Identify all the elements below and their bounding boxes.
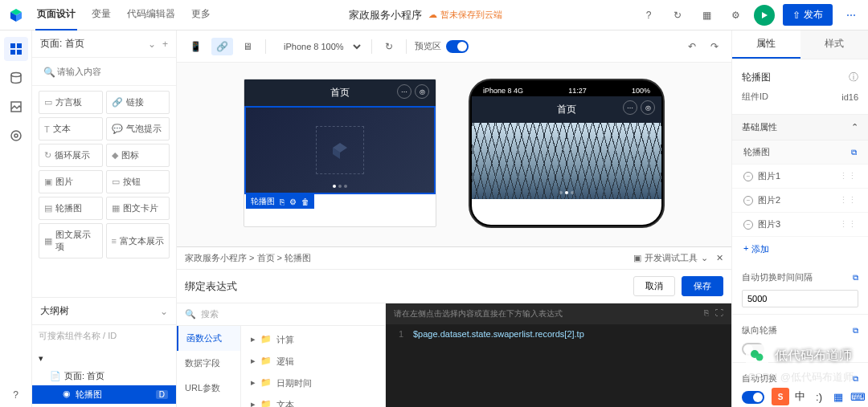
search-input[interactable] bbox=[39, 63, 170, 80]
cat-var[interactable]: 变量 bbox=[177, 401, 240, 407]
device-link-icon[interactable]: 🔗 bbox=[211, 38, 233, 55]
chevron-down-icon[interactable]: ⌄ bbox=[148, 39, 156, 50]
history-icon[interactable]: ↻ bbox=[667, 5, 688, 26]
drag-icon[interactable]: ⋮⋮ bbox=[839, 219, 857, 230]
drag-icon[interactable]: ⋮⋮ bbox=[839, 195, 857, 206]
comp-item[interactable]: 🔗链接 bbox=[106, 91, 170, 114]
device-mobile-icon[interactable]: 📱 bbox=[185, 38, 207, 55]
cat-url[interactable]: URL参数 bbox=[177, 376, 240, 401]
settings-icon[interactable]: ⚙ bbox=[289, 197, 297, 206]
drag-icon[interactable]: ⋮⋮ bbox=[839, 171, 857, 181]
link-icon[interactable]: ⧉ bbox=[853, 273, 858, 283]
cat-formula[interactable]: 函数公式 bbox=[177, 326, 240, 351]
help-icon[interactable]: ? bbox=[638, 5, 659, 26]
add-image-button[interactable]: + 添加 bbox=[732, 237, 868, 262]
expand-icon[interactable]: ⛶ bbox=[715, 308, 723, 319]
folder-calc[interactable]: ▸📁计算 bbox=[241, 329, 385, 351]
outline-search[interactable]: 可搜索组件名称 / ID bbox=[32, 325, 176, 347]
dots-icon[interactable]: ⋯ bbox=[397, 84, 411, 99]
rail-image-icon[interactable] bbox=[4, 95, 28, 119]
refresh-icon[interactable]: ↻ bbox=[380, 38, 398, 55]
code-editor: 请在左侧点击选择内容或直接在下方输入表达式 ⎘ ⛶ 1$page.dataset… bbox=[386, 303, 731, 407]
folder-date[interactable]: ▸📁日期时间 bbox=[241, 372, 385, 394]
play-icon[interactable] bbox=[754, 5, 775, 26]
comp-item[interactable]: ▣图片 bbox=[39, 170, 103, 193]
delete-icon[interactable]: 🗑 bbox=[301, 197, 309, 206]
close-icon[interactable]: ✕ bbox=[716, 253, 723, 263]
rail-help-icon[interactable]: ? bbox=[4, 383, 28, 407]
folder-logic[interactable]: ▸📁逻辑 bbox=[241, 351, 385, 372]
tree-carousel-selected[interactable]: ◉轮播图 D bbox=[32, 385, 176, 404]
cat-data[interactable]: 数据字段 bbox=[177, 351, 240, 376]
tab-style[interactable]: 样式 bbox=[800, 31, 869, 59]
time-text: 11:27 bbox=[568, 87, 587, 95]
tab-more[interactable]: 更多 bbox=[190, 0, 212, 31]
rail-settings-icon[interactable] bbox=[4, 124, 28, 148]
rail-components-icon[interactable] bbox=[4, 37, 28, 61]
comp-item[interactable]: ▦图文展示项 bbox=[39, 223, 103, 258]
folder-text[interactable]: ▸📁文本 bbox=[241, 394, 385, 407]
comp-item[interactable]: ▤轮播图 bbox=[39, 197, 103, 220]
gear-icon[interactable]: ⚙ bbox=[725, 5, 746, 26]
vertical-switch[interactable] bbox=[742, 343, 764, 356]
page-selector[interactable]: 页面: 首页 ⌄ + bbox=[32, 31, 176, 58]
more-icon[interactable]: ⋯ bbox=[841, 5, 862, 26]
link-icon[interactable]: ⧉ bbox=[853, 374, 858, 384]
interval-input[interactable] bbox=[742, 290, 858, 307]
copy-icon[interactable]: ⎘ bbox=[280, 197, 285, 206]
image-item-1[interactable]: −图片1 ⋮⋮ bbox=[732, 165, 868, 189]
tab-variables[interactable]: 变量 bbox=[90, 0, 113, 31]
comp-item[interactable]: 💬气泡提示 bbox=[106, 117, 170, 140]
frame-title: 首页 bbox=[330, 87, 350, 98]
target-icon[interactable]: ◎ bbox=[641, 100, 655, 115]
image-item-2[interactable]: −图片2 ⋮⋮ bbox=[732, 189, 868, 213]
comp-item[interactable]: ◆图标 bbox=[106, 144, 170, 167]
basic-props-header[interactable]: 基础属性 ⌃ bbox=[732, 115, 868, 140]
outline-label: 大纲树 bbox=[40, 304, 69, 318]
comp-item[interactable]: ↻循环展示 bbox=[39, 144, 103, 167]
dev-tools-toggle[interactable]: ▣ 开发调试工具 ⌄ ✕ bbox=[633, 252, 723, 264]
outline-header[interactable]: 大纲树 ⌄ bbox=[32, 297, 176, 325]
target-icon[interactable]: ◎ bbox=[415, 84, 429, 99]
undo-icon[interactable]: ↶ bbox=[683, 38, 701, 55]
cancel-button[interactable]: 取消 bbox=[633, 276, 675, 296]
expr-search[interactable]: 🔍 搜索 bbox=[177, 303, 385, 326]
preview-frame-1[interactable]: 首页 ⋯ ◎ 轮播图 ⎘ ⚙ 🗑 bbox=[244, 79, 436, 227]
breadcrumb[interactable]: 家政服务小程序 > 首页 > 轮播图 bbox=[185, 252, 311, 264]
image-item-3[interactable]: −图片3 ⋮⋮ bbox=[732, 213, 868, 237]
autoplay-switch[interactable] bbox=[742, 391, 764, 404]
redo-icon[interactable]: ↷ bbox=[706, 38, 723, 55]
dots-icon[interactable]: ⋯ bbox=[623, 100, 637, 115]
device-desktop-icon[interactable]: 🖥 bbox=[238, 38, 257, 55]
preview-switch[interactable] bbox=[446, 40, 469, 53]
tab-page-design[interactable]: 页面设计 bbox=[35, 0, 77, 31]
code-body[interactable]: 1$page.dataset.state.swaperlist.records[… bbox=[386, 324, 731, 407]
folder-icon: 📁 bbox=[260, 356, 272, 368]
tab-code-editor[interactable]: 代码编辑器 bbox=[125, 0, 177, 31]
rail-data-icon[interactable] bbox=[4, 66, 28, 90]
showcase-icon: ▦ bbox=[44, 236, 52, 246]
publish-button[interactable]: ⇧ 发布 bbox=[783, 4, 833, 26]
comp-item[interactable]: T文本 bbox=[39, 117, 103, 140]
comp-item[interactable]: ▭按钮 bbox=[106, 170, 170, 193]
device-select[interactable]: iPhone 8 100% bbox=[274, 38, 363, 55]
remove-icon[interactable]: − bbox=[743, 220, 753, 230]
remove-icon[interactable]: − bbox=[743, 172, 753, 181]
tree-page[interactable]: 📄 页面: 首页 bbox=[32, 367, 176, 385]
comp-label: 链接 bbox=[126, 96, 144, 108]
comp-item[interactable]: ▭方言板 bbox=[39, 91, 103, 114]
copy-icon[interactable]: ⎘ bbox=[704, 308, 709, 319]
tree-expand[interactable]: ▾ bbox=[32, 350, 176, 367]
link-icon[interactable]: ⧉ bbox=[851, 148, 857, 157]
save-button[interactable]: 保存 bbox=[682, 276, 723, 296]
grid-icon[interactable]: ▦ bbox=[696, 5, 717, 26]
comp-item[interactable]: ≡富文本展示 bbox=[106, 223, 170, 258]
carousel-component[interactable]: 轮播图 ⎘ ⚙ 🗑 bbox=[244, 106, 436, 194]
tab-props[interactable]: 属性 bbox=[732, 31, 800, 59]
info-icon[interactable]: ⓘ bbox=[849, 71, 858, 84]
add-page-icon[interactable]: + bbox=[162, 39, 168, 50]
comp-item[interactable]: ▦图文卡片 bbox=[106, 197, 170, 220]
remove-icon[interactable]: − bbox=[743, 196, 753, 206]
frame-header: 首页 ⋯ ◎ bbox=[244, 79, 436, 106]
link-icon[interactable]: ⧉ bbox=[853, 326, 858, 336]
